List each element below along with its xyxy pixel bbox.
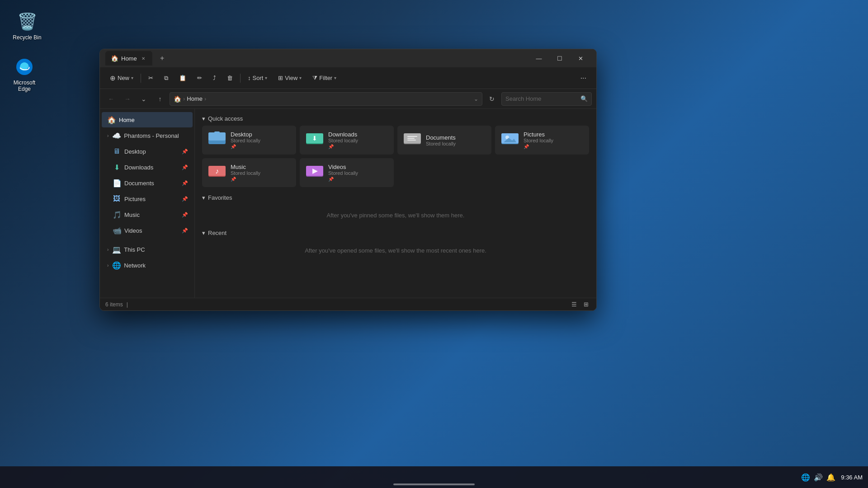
downloads-folder-pin: 📌 (328, 144, 358, 149)
edge-icon[interactable]: Microsoft Edge (6, 54, 42, 94)
cut-button[interactable]: ✂ (144, 70, 158, 86)
quick-access-section[interactable]: ▾ Quick access (202, 115, 589, 122)
music-folder-name: Music (231, 164, 260, 170)
downloads-folder-icon: ⬇ (113, 163, 121, 172)
breadcrumb-current: Home (187, 95, 203, 102)
sidebar: 🏠 Home › ☁️ Phantoms - Personal 🖥 Deskto… (100, 109, 195, 298)
refresh-button[interactable]: ↻ (485, 92, 499, 106)
sidebar-phantoms-label: Phantoms - Personal (124, 132, 188, 139)
new-button[interactable]: ⊕ New ▾ (105, 70, 138, 86)
grid-view-button[interactable]: ⊞ (581, 300, 591, 310)
copy-button[interactable]: ⧉ (160, 70, 173, 86)
favorites-chevron-icon: ▾ (202, 194, 205, 201)
paste-button[interactable]: 📋 (175, 70, 191, 86)
sidebar-item-downloads[interactable]: ⬇ Downloads 📌 (102, 160, 193, 175)
network-icon: 🌐 (112, 261, 120, 270)
sidebar-item-this-pc[interactable]: › 💻 This PC (102, 242, 193, 257)
folder-card-documents[interactable]: Documents Stored locally (397, 126, 491, 155)
folder-card-pictures[interactable]: Pictures Stored locally 📌 (495, 126, 589, 155)
recent-section[interactable]: ▾ Recent (202, 230, 589, 236)
svg-rect-12 (407, 140, 416, 141)
svg-rect-11 (407, 138, 415, 139)
delete-icon: 🗑 (227, 75, 233, 81)
edge-label: Microsoft Edge (8, 80, 41, 92)
folder-card-downloads[interactable]: ⬇ Downloads Stored locally 📌 (300, 126, 394, 155)
pictures-folder-pin: 📌 (524, 144, 553, 149)
maximize-button[interactable]: ☐ (549, 51, 570, 66)
sidebar-item-music[interactable]: 🎵 Music 📌 (102, 207, 193, 222)
copy-icon: ⧉ (164, 75, 168, 82)
breadcrumb-home-icon: 🏠 (174, 95, 181, 103)
quick-access-chevron-icon: ▾ (202, 115, 205, 122)
rename-button[interactable]: ✏ (193, 70, 207, 86)
sidebar-downloads-pin: 📌 (182, 164, 188, 170)
videos-folder-name: Videos (328, 164, 358, 170)
folder-card-music[interactable]: ♪ Music Stored locally 📌 (202, 158, 296, 187)
new-label: New (118, 75, 129, 81)
close-button[interactable]: ✕ (570, 51, 591, 66)
taskbar-system-icons: 🌐 🔊 🔔 (801, 473, 835, 482)
delete-button[interactable]: 🗑 (222, 70, 237, 86)
toolbar-sep-2 (240, 74, 241, 83)
sidebar-pictures-label: Pictures (124, 196, 178, 202)
up-button[interactable]: ↑ (153, 92, 167, 106)
favorites-section[interactable]: ▾ Favorites (202, 194, 589, 201)
recent-locations-button[interactable]: ⌄ (137, 92, 151, 106)
quick-access-label: Quick access (208, 115, 243, 122)
statusbar-view-controls: ☰ ⊞ (569, 300, 591, 310)
new-tab-button[interactable]: + (156, 52, 169, 65)
sort-icon: ↕ (248, 75, 251, 81)
sidebar-item-pictures[interactable]: 🖼 Pictures 📌 (102, 191, 193, 206)
forward-button[interactable]: → (121, 92, 134, 106)
taskbar: 🌐 🔊 🔔 9:36 AM (0, 466, 868, 488)
sidebar-item-desktop[interactable]: 🖥 Desktop 📌 (102, 144, 193, 159)
taskbar-time[interactable]: 9:36 AM (841, 474, 863, 481)
this-pc-chevron-icon: › (107, 247, 108, 252)
home-icon: 🏠 (107, 116, 115, 124)
desktop-folder-name: Desktop (231, 131, 260, 138)
desktop-folder-icon: 🖥 (113, 147, 121, 155)
this-pc-icon: 💻 (112, 245, 120, 254)
sidebar-this-pc-label: This PC (124, 246, 188, 253)
desktop-folder-sub: Stored locally (231, 138, 260, 143)
view-button[interactable]: ⊞ View ▾ (274, 70, 306, 86)
more-button[interactable]: ··· (576, 71, 591, 85)
network-chevron-icon: › (107, 263, 108, 268)
volume-icon[interactable]: 🔊 (814, 473, 823, 482)
taskbar-scroll-indicator (393, 483, 475, 485)
folder-card-videos[interactable]: Videos Stored locally 📌 (300, 158, 394, 187)
back-button[interactable]: ← (104, 92, 118, 106)
sidebar-item-home[interactable]: 🏠 Home (102, 112, 193, 127)
sort-label: Sort (253, 75, 264, 81)
filter-button[interactable]: ⧩ Filter ▾ (308, 70, 341, 86)
sidebar-network-label: Network (124, 262, 188, 269)
sidebar-item-documents[interactable]: 📄 Documents 📌 (102, 175, 193, 191)
network-status-icon[interactable]: 🌐 (801, 473, 810, 482)
recycle-bin-icon[interactable]: 🗑️ Recycle Bin (9, 9, 45, 42)
quick-access-grid: Desktop Stored locally 📌 ⬇ (202, 126, 589, 187)
sidebar-desktop-pin: 📌 (182, 149, 188, 155)
sidebar-item-network[interactable]: › 🌐 Network (102, 258, 193, 273)
desktop: 🗑️ Recycle Bin Microsoft Edge 🏠 Home ✕ +… (0, 0, 868, 488)
content-pane: ▾ Quick access (195, 109, 596, 298)
breadcrumb-bar[interactable]: 🏠 › Home › ⌄ (170, 92, 482, 106)
breadcrumb-dropdown-icon: ⌄ (474, 96, 478, 102)
share-button[interactable]: ⤴ (208, 70, 221, 86)
search-bar[interactable]: Search Home 🔍 (501, 92, 592, 106)
sidebar-item-videos[interactable]: 📹 Videos 📌 (102, 223, 193, 238)
sort-button[interactable]: ↕ Sort ▾ (243, 70, 272, 86)
rename-icon: ✏ (197, 75, 202, 81)
list-view-button[interactable]: ☰ (569, 300, 579, 310)
minimize-button[interactable]: — (528, 51, 549, 66)
cut-icon: ✂ (148, 75, 153, 81)
statusbar-separator: | (127, 301, 128, 308)
tab-home[interactable]: 🏠 Home ✕ (105, 51, 152, 66)
sidebar-item-phantoms[interactable]: › ☁️ Phantoms - Personal (102, 128, 193, 143)
folder-card-desktop[interactable]: Desktop Stored locally 📌 (202, 126, 296, 155)
music-folder-pin: 📌 (231, 177, 260, 182)
tab-close-button[interactable]: ✕ (140, 55, 147, 62)
downloads-folder-name: Downloads (328, 131, 358, 138)
videos-folder-sub: Stored locally (328, 170, 358, 176)
desktop-folder-card-icon (208, 131, 226, 150)
notifications-icon[interactable]: 🔔 (826, 473, 835, 482)
